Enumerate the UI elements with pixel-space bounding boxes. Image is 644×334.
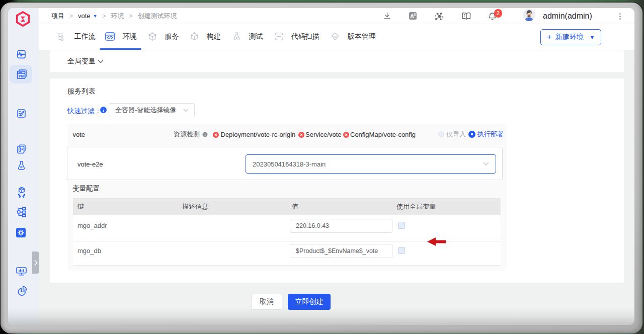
svg-text:PM: PM — [19, 74, 24, 77]
svg-text:文: 文 — [413, 13, 417, 16]
svg-text:i: i — [204, 132, 205, 137]
